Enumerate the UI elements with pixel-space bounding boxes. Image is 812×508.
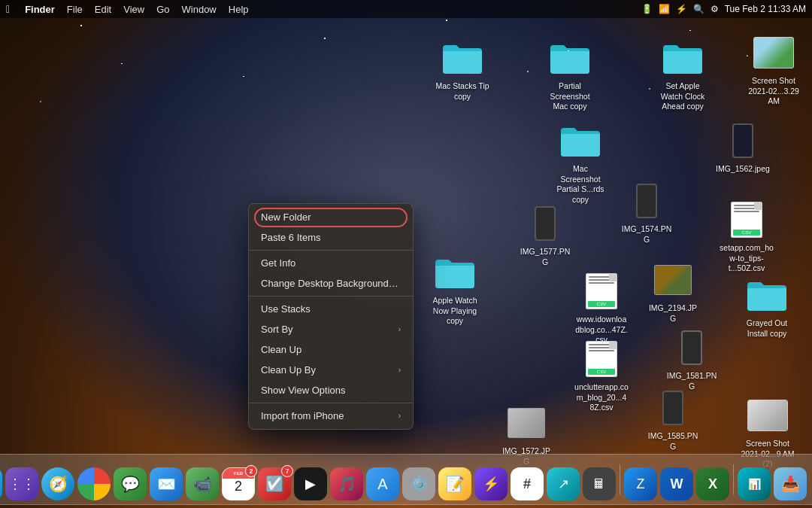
context-menu-get-info[interactable]: Get Info: [249, 253, 413, 273]
menu-help[interactable]: Help: [229, 4, 249, 15]
desktop-icon-img-1562[interactable]: IMG_1562.jpeg: [713, 117, 773, 178]
dock-separator-2: [733, 464, 734, 494]
dock-finder[interactable]: 🔎: [0, 467, 3, 501]
menu-go[interactable]: Go: [156, 4, 169, 15]
finder-icon: 🔎: [0, 467, 2, 500]
context-menu-separator-2: [249, 296, 413, 297]
context-menu-import-from-iphone[interactable]: Import from iPhone ›: [249, 406, 413, 426]
dock-zoom[interactable]: Z: [623, 467, 658, 501]
downloads-icon: 📥: [774, 467, 807, 500]
desktop-icon-set-apple-watch[interactable]: Set Apple Watch Clock Ahead copy: [649, 34, 717, 115]
icon-label: unclutterapp.com_blog_20...48Z.csv: [574, 382, 629, 413]
icon-label: Grayed Out Install copy: [740, 318, 794, 339]
desktop-icon-mac-screenshot-partial[interactable]: Mac Screenshot Partial S...rds copy: [547, 117, 614, 208]
dock-calendar[interactable]: FEB 2 2: [221, 467, 256, 501]
desktop-icon-mac-stacks-tip[interactable]: Mac Stacks Tip copy: [432, 34, 492, 105]
context-menu-separator-1: [249, 250, 413, 251]
safari-icon: 🧭: [41, 467, 74, 500]
change-desktop-label: Change Desktop Background…: [261, 278, 398, 289]
icon-label: IMG_1562.jpeg: [716, 164, 770, 175]
desktop-icon-img-1574[interactable]: IMG_1574.PNG: [617, 177, 677, 248]
context-menu-sort-by[interactable]: Sort By ›: [249, 319, 413, 339]
context-menu-paste-items[interactable]: Paste 6 Items: [249, 227, 413, 248]
word-icon: W: [660, 467, 693, 500]
menu-view[interactable]: View: [123, 4, 144, 15]
desktop-icon-setapp-csv[interactable]: CSV setapp.com_how-to_tips-t...50Z.csv: [713, 196, 780, 277]
clean-up-label: Clean Up: [261, 344, 301, 355]
img-icon-1577: [524, 202, 566, 245]
dock-transloader[interactable]: ↗: [546, 467, 580, 501]
dock-messenger[interactable]: ⚡: [474, 467, 508, 501]
context-menu-change-desktop[interactable]: Change Desktop Background…: [249, 273, 413, 294]
screenshot-icon-1: [753, 32, 795, 74]
dock-mail[interactable]: ✉️: [149, 467, 183, 501]
dock-appstore[interactable]: A: [365, 467, 400, 501]
menu-edit[interactable]: Edit: [95, 4, 111, 15]
dock-settings[interactable]: ⚙️: [401, 467, 436, 501]
icon-label: Mac Screenshot Partial S...rds copy: [553, 164, 607, 205]
dock-calculator[interactable]: 🖩: [582, 467, 617, 501]
settings-icon: ⚙️: [402, 467, 435, 500]
desktop-icon-screenshot-1[interactable]: Screen Shot 2021-02...3.29 AM: [744, 29, 803, 110]
menu-file[interactable]: File: [67, 4, 83, 15]
desktop-icon-partial-screenshot[interactable]: Partial Screenshot Mac copy: [540, 34, 600, 115]
icon-label: IMG_1574.PNG: [620, 224, 674, 245]
context-menu-clean-up-by[interactable]: Clean Up By ›: [249, 360, 413, 380]
dock-downloads[interactable]: 📥: [773, 467, 807, 501]
launchpad-icon: ⋮⋮: [5, 467, 38, 500]
dock-music[interactable]: 🎵: [329, 467, 364, 501]
context-menu-clean-up[interactable]: Clean Up: [249, 339, 413, 360]
facetime-icon: 📹: [186, 467, 219, 500]
dock-messages[interactable]: 💬: [113, 467, 147, 501]
search-icon[interactable]: 🔍: [693, 4, 704, 14]
dock-istatmenus[interactable]: 📊: [737, 467, 771, 501]
dock-word[interactable]: W: [659, 467, 694, 501]
folder-icon-apple-watch-playing: [434, 251, 476, 294]
folder-icon-grayed-out: [746, 274, 788, 316]
icon-label: IMG_2194.JPG: [646, 303, 700, 324]
desktop-icon-apple-watch-playing[interactable]: Apple Watch Now Playing copy: [421, 248, 489, 330]
img-icon-1574: [626, 180, 668, 222]
desktop-icon-img-2194[interactable]: IMG_2194.JPG: [643, 256, 703, 327]
icon-label: Screen Shot 2021-02...3.29 AM: [747, 76, 800, 107]
context-menu-new-folder[interactable]: New Folder: [249, 207, 413, 227]
reminders-badge: 7: [281, 465, 293, 477]
import-arrow: ›: [398, 412, 401, 420]
csv-icon-idownload: CSV: [580, 270, 623, 312]
img-icon-2194: [652, 259, 694, 301]
excel-icon: X: [696, 467, 729, 500]
transloader-icon: ↗: [547, 467, 580, 500]
dock-facetime[interactable]: 📹: [185, 467, 220, 501]
dock-trash[interactable]: 🗑: [809, 467, 812, 501]
dock-reminders[interactable]: ☑️ 7: [257, 467, 292, 501]
context-menu-use-stacks[interactable]: Use Stacks: [249, 299, 413, 319]
show-view-options-label: Show View Options: [261, 385, 346, 396]
dock-appletv[interactable]: ▶: [293, 467, 328, 501]
calendar-day: 2: [235, 479, 242, 493]
app-name[interactable]: Finder: [25, 4, 55, 15]
folder-icon-mac-screenshot-partial: [559, 120, 601, 162]
get-info-label: Get Info: [261, 257, 295, 269]
desktop[interactable]:  Finder File Edit View Go Window Help 🔋…: [0, 0, 812, 508]
control-center-icon[interactable]: ⚙: [710, 4, 719, 14]
dock-slack[interactable]: #: [510, 467, 544, 501]
menu-window[interactable]: Window: [182, 4, 217, 15]
dock-chrome[interactable]: [77, 467, 111, 501]
dock-notes[interactable]: 📝: [438, 467, 472, 501]
dock-launchpad[interactable]: ⋮⋮: [5, 467, 39, 501]
context-menu-show-view-options[interactable]: Show View Options: [249, 380, 413, 400]
clock: Tue Feb 2 11:33 AM: [725, 4, 806, 14]
slack-icon: #: [511, 467, 544, 500]
calculator-icon: 🖩: [583, 467, 616, 500]
dock-excel[interactable]: X: [695, 467, 730, 501]
dock-safari[interactable]: 🧭: [41, 467, 75, 501]
desktop-icon-img-1585[interactable]: IMG_1585.PNG: [643, 384, 703, 455]
icon-label: Mac Stacks Tip copy: [435, 81, 489, 102]
appstore-icon: A: [366, 467, 399, 500]
apple-menu[interactable]: : [6, 3, 10, 15]
desktop-icon-unclutter-csv[interactable]: CSV unclutterapp.com_blog_20...48Z.csv: [568, 335, 635, 416]
desktop-icon-img-1577[interactable]: IMG_1577.PNG: [515, 199, 575, 270]
desktop-icon-grayed-out-install[interactable]: Grayed Out Install copy: [733, 271, 801, 342]
use-stacks-label: Use Stacks: [261, 303, 311, 315]
dock: 🔎 ⋮⋮ 🧭 💬 ✉️ 📹 FEB 2: [0, 454, 812, 505]
